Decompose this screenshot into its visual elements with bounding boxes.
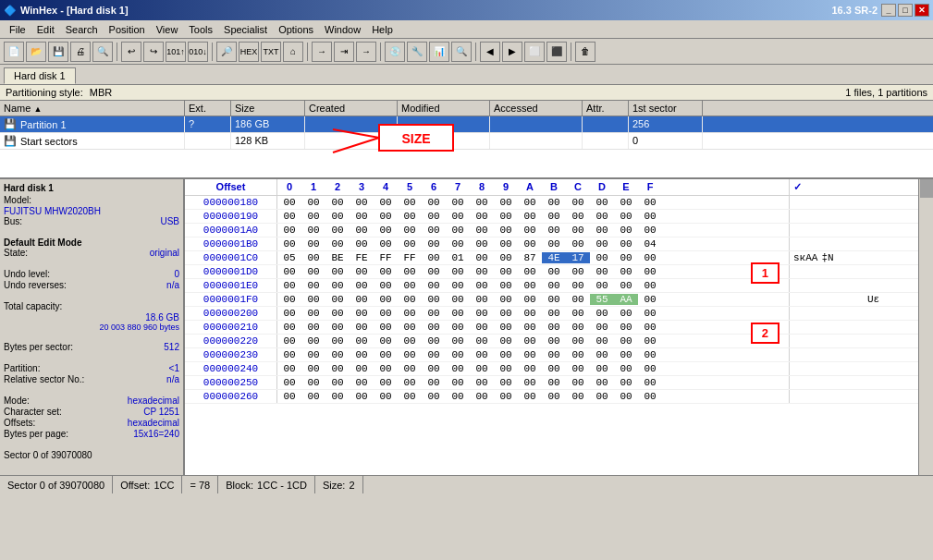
hex-byte-cell[interactable]: 00 [470, 225, 494, 236]
hex-byte-cell[interactable]: 00 [446, 225, 470, 236]
menu-help[interactable]: Help [366, 22, 399, 37]
hex-byte-cell[interactable]: 00 [325, 322, 350, 333]
hex-byte-cell[interactable]: 00 [422, 211, 446, 222]
hex-byte-cell[interactable]: 00 [374, 225, 398, 236]
hex-byte-cell[interactable]: 00 [301, 252, 325, 263]
hex-byte-cell[interactable]: 00 [301, 294, 325, 305]
hex-byte-cell[interactable]: 00 [590, 225, 614, 236]
hex-byte-cell[interactable]: FF [374, 252, 398, 263]
toolbar-new[interactable]: 📄 [4, 42, 24, 62]
hex-byte-cell[interactable]: 00 [518, 308, 542, 319]
hex-byte-cell[interactable]: 00 [470, 391, 494, 402]
menu-tools[interactable]: Tools [183, 22, 218, 37]
toolbar-hex[interactable]: HEX [239, 42, 259, 62]
hex-byte-cell[interactable]: 00 [638, 377, 662, 388]
hex-byte-cell[interactable]: 87 [518, 252, 542, 263]
hex-byte-cell[interactable]: 00 [590, 349, 614, 360]
hex-byte-cell[interactable]: 00 [542, 322, 566, 333]
hex-byte-cell[interactable]: 00 [470, 252, 494, 263]
hex-byte-cell[interactable]: 00 [350, 391, 374, 402]
hex-byte-cell[interactable]: 00 [542, 197, 566, 208]
hex-byte-cell[interactable]: 00 [422, 252, 446, 263]
hex-byte-cell[interactable]: 00 [470, 266, 494, 277]
hex-byte-cell[interactable]: 00 [350, 280, 374, 291]
hex-byte-cell[interactable]: 00 [494, 238, 518, 250]
toolbar-window[interactable]: ⬜ [524, 42, 545, 62]
menu-window[interactable]: Window [319, 22, 366, 37]
hex-byte-cell[interactable]: 00 [350, 377, 374, 388]
hex-byte-cell[interactable]: 00 [638, 266, 662, 277]
menu-file[interactable]: File [4, 22, 31, 37]
menu-position[interactable]: Position [104, 22, 151, 37]
hex-byte-cell[interactable]: 00 [422, 363, 446, 374]
hex-byte-cell[interactable]: 00 [422, 294, 446, 305]
hex-byte-cell[interactable]: 00 [470, 280, 494, 291]
hex-byte-cell[interactable]: 00 [350, 197, 374, 208]
hex-byte-cell[interactable]: 00 [277, 335, 301, 347]
hex-byte-cell[interactable]: 00 [590, 363, 614, 374]
hex-byte-cell[interactable]: 00 [590, 211, 614, 222]
hex-byte-cell[interactable]: 00 [374, 363, 398, 374]
hex-byte-cell[interactable]: 00 [325, 211, 350, 222]
hex-byte-cell[interactable]: 00 [494, 197, 518, 208]
hex-byte-cell[interactable]: 00 [277, 225, 301, 236]
hex-byte-cell[interactable]: 00 [638, 322, 662, 333]
hex-byte-cell[interactable]: 00 [325, 266, 350, 277]
hex-byte-cell[interactable]: 00 [494, 280, 518, 291]
hex-byte-cell[interactable]: 00 [614, 377, 638, 388]
toolbar-disk1[interactable]: 💿 [385, 42, 405, 62]
hex-byte-cell[interactable]: 00 [422, 377, 446, 388]
hex-byte-cell[interactable]: 00 [494, 377, 518, 388]
hex-byte-cell[interactable]: 00 [422, 197, 446, 208]
toolbar-open[interactable]: 📂 [26, 42, 46, 62]
toolbar-search[interactable]: 🔎 [216, 42, 237, 62]
hex-byte-cell[interactable]: 00 [422, 349, 446, 360]
hex-byte-cell[interactable]: 00 [325, 225, 350, 236]
hex-byte-cell[interactable]: 00 [374, 391, 398, 402]
hex-byte-cell[interactable]: 00 [518, 391, 542, 402]
hex-byte-cell[interactable]: 00 [350, 349, 374, 360]
hex-byte-cell[interactable]: 00 [614, 335, 638, 347]
hex-byte-cell[interactable]: 00 [374, 280, 398, 291]
hex-byte-cell[interactable]: 00 [614, 308, 638, 319]
hex-byte-cell[interactable]: 00 [542, 349, 566, 360]
hex-byte-cell[interactable]: 00 [470, 377, 494, 388]
hex-byte-cell[interactable]: 00 [301, 335, 325, 347]
hex-byte-cell[interactable]: 00 [374, 238, 398, 250]
hex-byte-cell[interactable]: 00 [398, 363, 422, 374]
hex-byte-cell[interactable]: 00 [518, 322, 542, 333]
hex-byte-cell[interactable]: 00 [398, 280, 422, 291]
minimize-button[interactable]: _ [881, 4, 896, 17]
menu-specialist[interactable]: Specialist [218, 22, 273, 37]
hex-byte-cell[interactable]: 00 [325, 308, 350, 319]
hex-byte-cell[interactable]: 00 [374, 335, 398, 347]
menu-options[interactable]: Options [273, 22, 319, 37]
hex-byte-cell[interactable]: 00 [277, 197, 301, 208]
hex-byte-cell[interactable]: 00 [494, 322, 518, 333]
hex-byte-cell[interactable]: 00 [470, 349, 494, 360]
hex-byte-cell[interactable]: 00 [301, 211, 325, 222]
hex-byte-cell[interactable]: 00 [301, 391, 325, 402]
toolbar-text[interactable]: TXT [261, 42, 281, 62]
hex-byte-cell[interactable]: 00 [350, 335, 374, 347]
hex-byte-cell[interactable]: 00 [566, 363, 590, 374]
hex-byte-cell[interactable]: 00 [325, 377, 350, 388]
hex-byte-cell[interactable]: 00 [398, 377, 422, 388]
hex-byte-cell[interactable]: 00 [470, 238, 494, 250]
hex-byte-cell[interactable]: 00 [542, 391, 566, 402]
hex-byte-cell[interactable]: 00 [470, 322, 494, 333]
hex-byte-cell[interactable]: 00 [518, 280, 542, 291]
hex-byte-cell[interactable]: 00 [325, 280, 350, 291]
hex-byte-cell[interactable]: 00 [446, 238, 470, 250]
toolbar-search2[interactable]: 🔍 [451, 42, 472, 62]
hex-byte-cell[interactable]: 00 [422, 335, 446, 347]
hex-byte-cell[interactable]: 00 [542, 363, 566, 374]
hex-byte-cell[interactable]: 00 [518, 225, 542, 236]
hex-byte-cell[interactable]: 00 [446, 349, 470, 360]
hex-byte-cell[interactable]: 00 [542, 238, 566, 250]
hex-byte-cell[interactable]: 00 [446, 266, 470, 277]
hex-byte-cell[interactable]: 00 [614, 363, 638, 374]
hex-byte-cell[interactable]: 00 [422, 322, 446, 333]
hex-byte-cell[interactable]: 00 [325, 363, 350, 374]
hex-byte-cell[interactable]: 01 [446, 252, 470, 263]
